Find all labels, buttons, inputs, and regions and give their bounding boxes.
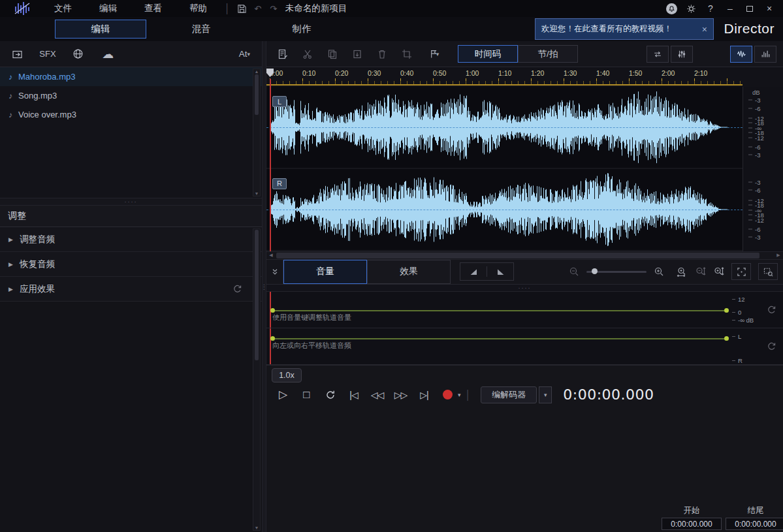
playback-speed-button[interactable]: 1.0x [272,368,302,383]
stop-button[interactable]: □ [295,385,318,405]
codec-button[interactable]: 编解码器 [481,386,537,403]
sort-button[interactable]: At ▾ [239,49,250,59]
cut-scissors-icon[interactable] [296,45,318,63]
go-to-start-button[interactable]: |◁ [342,385,365,405]
tab-effects[interactable]: 效果 [367,260,451,284]
codec-dropdown-icon[interactable]: ▾ [539,386,552,403]
delete-trash-icon[interactable] [371,45,392,63]
collapse-panel-icon[interactable] [266,260,283,284]
import-media-icon[interactable] [3,44,33,64]
scrollbar-thumb[interactable] [255,230,259,360]
channel-left[interactable]: L [266,87,743,169]
step-forward-button[interactable]: ▷▷ [389,385,412,405]
zoom-out-icon[interactable] [569,266,579,277]
tab-mix[interactable]: 混音 [155,20,247,39]
zoom-in-icon[interactable] [654,266,664,277]
scroll-right-icon[interactable]: ▶ [774,253,783,258]
scroll-down-icon[interactable]: ▼ [255,191,259,196]
record-options-chevron-icon[interactable]: ▾ [458,392,461,398]
section-apply-effects[interactable]: ▶ 应用效果 [0,277,262,302]
swap-channels-icon[interactable] [647,46,669,63]
list-item-song[interactable]: ♪ Song.mp3 [0,86,262,105]
fade-in-icon[interactable] [460,263,487,280]
volume-envelope-line[interactable] [271,310,728,311]
notifications-bell-icon[interactable] [663,1,680,16]
help-icon[interactable]: ? [702,1,719,16]
marker-flag-icon[interactable]: ▾ [421,45,447,63]
minimize-button[interactable]: – [722,1,739,16]
scrollbar-thumb[interactable] [255,74,259,115]
volume-envelope-track[interactable]: 使用音量键调整轨道音量 [266,292,731,328]
clip-properties-icon[interactable] [272,45,293,63]
step-backward-button[interactable]: ◁◁ [366,385,389,405]
section-restore-audio[interactable]: ▶ 恢复音频 [0,252,262,277]
volume-reset-icon[interactable] [759,292,783,328]
zoom-slider-knob[interactable] [592,268,598,274]
envelope-keyframe-dot[interactable] [724,336,729,341]
tab-edit[interactable]: 编辑 [55,20,146,39]
menu-help[interactable]: 帮助 [176,0,221,17]
tab-produce[interactable]: 制作 [256,20,347,39]
ruler-tick-label: 2:00 [662,69,675,77]
pan-reset-icon[interactable] [759,328,783,364]
undo-icon[interactable]: ↶ [250,4,266,14]
selection-end-value[interactable]: 0:00:00.000 [726,518,783,530]
menu-edit[interactable]: 编辑 [86,0,131,17]
pan-envelope-track[interactable]: 向左或向右平移轨道音频 [266,328,731,364]
settings-gear-icon[interactable] [682,1,699,16]
zoom-to-selection-icon[interactable] [758,263,778,280]
mixer-levels-icon[interactable] [671,46,693,63]
envelope-keyframe-dot[interactable] [724,308,729,313]
zoom-slider[interactable] [586,271,647,273]
zoom-horizontal-icon[interactable] [677,266,688,277]
list-item-mahoroba[interactable]: ♪ Mahoroba.mp3 [0,67,262,86]
spectral-view-icon[interactable] [754,46,776,63]
adjust-panel-scrollbar[interactable]: ▼ [253,228,261,531]
section-adjust-audio[interactable]: ▶ 调整音频 [0,227,262,252]
vertical-splitter-handle[interactable]: ⋮ [262,41,266,532]
fade-out-icon[interactable] [487,263,513,280]
channel-right[interactable]: R [266,169,743,251]
waveform-view-icon[interactable] [730,46,752,63]
pan-envelope-line[interactable] [271,338,728,339]
panel-splitter-handle[interactable]: ···· [0,198,262,206]
menu-view[interactable]: 查看 [131,0,176,17]
timeline-scrollbar[interactable]: ◀ ▶ [266,251,783,260]
scroll-left-icon[interactable]: ◀ [266,253,276,258]
tooltip-close-icon[interactable]: × [702,24,707,35]
zoom-vertical-icon[interactable] [713,266,724,277]
waveform-channels[interactable]: L R [266,87,743,251]
save-icon[interactable] [234,4,250,14]
fit-to-window-icon[interactable] [731,263,751,280]
trim-crop-icon[interactable] [396,45,417,63]
go-to-end-button[interactable]: ▷| [413,385,436,405]
close-button[interactable]: × [761,1,778,16]
scrollbar-thumb[interactable] [276,253,759,258]
envelope-splitter-handle[interactable]: ···· [266,285,783,292]
scroll-up-icon[interactable]: ▲ [255,69,259,74]
play-button[interactable]: ▷ [272,385,295,405]
timeline-ruler[interactable]: 0:000:100:200:300:400:501:001:101:201:30… [266,67,783,87]
selection-start-value[interactable]: 0:00:00.000 [662,518,722,530]
copy-icon[interactable] [321,45,343,63]
maximize-button[interactable] [741,1,758,16]
menu-file[interactable]: 文件 [40,0,86,17]
beats-button[interactable]: 节/拍 [518,45,578,63]
tab-volume[interactable]: 音量 [283,260,367,284]
playhead-line[interactable] [270,87,271,251]
reset-effects-icon[interactable] [232,284,242,294]
download-sounds-globe-icon[interactable] [63,44,93,64]
expand-arrow-icon: ▶ [8,236,13,243]
sfx-library-button[interactable]: SFX [33,44,63,64]
scroll-down-icon[interactable]: ▼ [255,525,259,530]
list-item-voice-over[interactable]: ♪ Voice over.mp3 [0,105,262,124]
paste-icon[interactable] [346,45,368,63]
loop-button[interactable] [319,385,342,405]
record-button[interactable] [436,385,459,405]
cloud-library-icon[interactable]: ☁ [93,44,123,64]
timecode-button[interactable]: 时间码 [458,45,518,63]
ruler-tick-label: 1:10 [498,69,511,77]
file-list-scrollbar[interactable]: ▲ ▼ [253,69,261,196]
redo-icon[interactable]: ↷ [266,4,281,14]
zoom-reset-icon[interactable] [695,266,706,277]
